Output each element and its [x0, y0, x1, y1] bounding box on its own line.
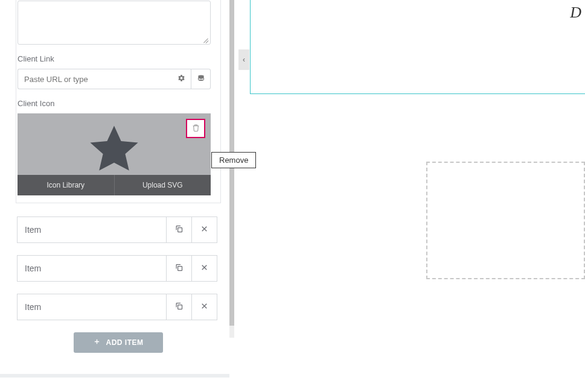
client-icon-label: Client Icon [18, 99, 219, 108]
item-label: Item [18, 302, 166, 312]
close-icon [200, 264, 208, 273]
tab-icon-library[interactable]: Icon Library [18, 175, 114, 195]
svg-rect-3 [178, 305, 182, 309]
link-options-button[interactable] [172, 69, 191, 89]
item-label: Item [18, 264, 166, 273]
remove-tooltip: Remove [211, 152, 256, 168]
client-description-textarea[interactable] [18, 1, 211, 45]
gear-icon [177, 74, 185, 84]
duplicate-item-button[interactable] [166, 217, 191, 242]
star-icon [84, 120, 144, 180]
client-link-label: Client Link [18, 54, 219, 63]
editor-sidebar: Client Link Client Icon [0, 0, 229, 392]
active-item-card: Client Link Client Icon [16, 0, 221, 203]
close-icon [200, 302, 208, 312]
remove-item-button[interactable] [191, 217, 217, 242]
dynamic-tags-button[interactable] [191, 69, 211, 89]
add-item-label: ADD ITEM [106, 338, 144, 347]
svg-rect-1 [178, 228, 182, 232]
icon-source-tabs: Icon Library Upload SVG [18, 175, 211, 195]
client-link-row [18, 69, 211, 89]
duplicate-item-button[interactable] [166, 294, 191, 320]
sidebar-scrollbar[interactable] [229, 0, 234, 338]
repeater-item[interactable]: Item [17, 255, 217, 282]
client-icon-uploader: Icon Library Upload SVG [18, 113, 211, 195]
remove-icon-button[interactable] [186, 119, 205, 138]
client-link-input[interactable] [18, 69, 172, 89]
close-icon [200, 225, 208, 235]
add-item-button[interactable]: ADD ITEM [74, 332, 163, 353]
collapse-sidebar-button[interactable]: ‹ [238, 49, 249, 70]
preview-corner-letter: D [570, 4, 581, 22]
canvas-widget-outline[interactable]: D [250, 0, 585, 94]
repeater-item[interactable]: Item [17, 294, 217, 320]
copy-icon [174, 263, 184, 274]
resize-handle-icon[interactable] [203, 37, 209, 43]
remove-item-button[interactable] [191, 294, 217, 320]
trash-icon [192, 124, 200, 134]
duplicate-item-button[interactable] [166, 256, 191, 281]
copy-icon [174, 302, 184, 312]
plus-icon [94, 338, 100, 347]
sidebar-section-divider [0, 374, 229, 378]
tab-upload-svg[interactable]: Upload SVG [114, 175, 211, 195]
copy-icon [174, 224, 184, 235]
database-icon [197, 74, 205, 84]
item-label: Item [18, 225, 166, 235]
canvas-dropzone[interactable] [426, 162, 585, 279]
svg-rect-2 [178, 267, 182, 271]
repeater-item[interactable]: Item [17, 217, 217, 243]
remove-item-button[interactable] [191, 256, 217, 281]
chevron-left-icon: ‹ [243, 55, 245, 64]
